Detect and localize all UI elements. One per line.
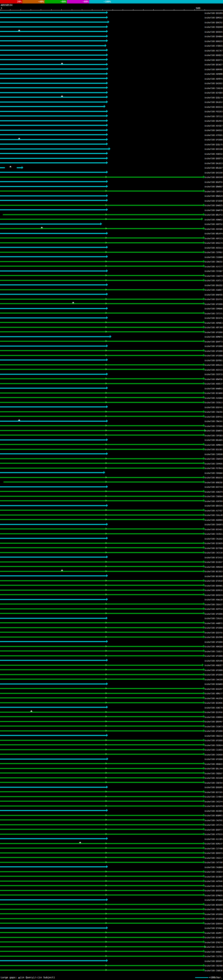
hit-label[interactable]: UniRef100_C0GYB0 [205,964,223,967]
hit-label[interactable]: UniRef100_C8WJA1 [205,420,223,422]
hit-label[interactable]: UniRef100_UP1000... [205,669,223,671]
hit-label[interactable]: UniRef100_Q7VR18 [205,579,223,582]
alignment-bar[interactable] [0,54,106,56]
alignment-bar[interactable] [0,942,203,942]
alignment-bar[interactable] [0,881,203,881]
alignment-bar[interactable] [0,542,203,544]
alignment-bar[interactable] [0,308,106,309]
alignment-bar[interactable] [0,102,106,103]
alignment-bar[interactable] [0,651,203,651]
hit-label[interactable]: UniRef100_Q4WP70 [205,209,223,212]
alignment-bar[interactable] [0,331,203,332]
alignment-bar[interactable] [0,707,106,708]
alignment-bar[interactable] [0,40,106,41]
hit-label[interactable]: UniRef100_A7FD33 [205,833,223,835]
alignment-bar[interactable] [0,655,203,656]
alignment-bar[interactable] [0,782,203,783]
hit-label[interactable]: UniRef100_Q42662 [205,82,223,84]
alignment-bar[interactable] [0,693,203,694]
alignment-bar[interactable] [0,594,203,595]
alignment-bar[interactable] [0,68,107,70]
hit-label[interactable]: UniRef100_C6MDW6 [205,307,223,310]
hit-label[interactable]: UniRef100_C2LX54 [205,946,223,948]
hit-label[interactable]: UniRef100_B9IP71 [205,59,223,61]
hit-label[interactable]: UniRef100_A9PWE3 [205,321,223,324]
alignment-bar[interactable] [0,665,202,666]
alignment-bar[interactable] [0,472,103,473]
hit-label[interactable]: UniRef100_Q04FT3 [205,340,223,343]
hit-label[interactable]: UniRef100_C6SF33 [205,373,223,375]
hit-label[interactable]: UniRef100_C1Z7B1 [205,955,223,958]
alignment-bar[interactable] [0,50,106,51]
alignment-bar[interactable] [0,191,203,192]
hit-label[interactable]: UniRef100_B4WYQ5 [205,293,223,296]
hit-label[interactable]: UniRef100_Q1CB07 [205,875,223,878]
hit-label[interactable]: UniRef100_C1RL61 [205,617,223,619]
hit-label[interactable]: UniRef100_Q3JPU6 [205,711,223,713]
hit-label[interactable]: UniRef100_Q9UZQ2 [205,284,223,286]
hit-label[interactable]: UniRef100_B6BMP2 [205,814,223,817]
alignment-bar[interactable] [0,186,106,187]
alignment-bar[interactable] [0,148,109,150]
alignment-bar[interactable] [0,275,203,276]
alignment-bar[interactable] [0,843,203,844]
hit-label[interactable]: UniRef100_A6SVL5 [205,247,223,249]
alignment-bar[interactable] [0,702,203,703]
hit-label[interactable]: UniRef100_A6E8K0 [205,519,223,521]
hit-label[interactable]: UniRef100_A7PG91 [205,134,223,136]
alignment-bar[interactable] [0,430,204,431]
alignment-bar[interactable] [0,834,203,835]
alignment-bar[interactable] [0,819,203,821]
hit-label[interactable]: UniRef100_Q11EU7 [205,561,223,563]
hit-label[interactable]: UniRef100_A8GBZ2 [205,763,223,765]
alignment-bar[interactable] [0,904,203,905]
alignment-bar[interactable] [0,162,106,163]
alignment-bar[interactable] [0,562,203,563]
alignment-bar[interactable] [0,599,106,600]
alignment-bar[interactable] [0,772,203,773]
alignment-bar[interactable] [0,514,203,515]
alignment-bar[interactable] [17,167,22,168]
alignment-bar[interactable] [0,632,203,633]
hit-label[interactable]: UniRef100_A8MLY7 [205,692,223,695]
hit-label[interactable]: UniRef100_B4W8X2 [205,387,223,390]
hit-label[interactable]: UniRef100_Q4LB13 [205,162,223,164]
alignment-bar[interactable] [0,848,203,849]
alignment-bar[interactable] [0,397,203,398]
alignment-bar[interactable] [0,97,106,98]
alignment-bar[interactable] [0,167,5,168]
hit-label[interactable]: UniRef100_UP1000... [205,739,223,741]
alignment-bar[interactable] [0,496,203,497]
alignment-bar[interactable] [0,505,106,506]
alignment-bar[interactable] [0,439,106,441]
hit-label[interactable]: UniRef100_Q6EET3 [205,157,223,159]
hit-label[interactable]: UniRef100_Q30YG1 [205,415,223,418]
hit-label[interactable]: UniRef100_A1W6E7 [205,288,223,291]
hit-label[interactable]: UniRef100_A4LE56 [205,697,223,700]
hit-label[interactable]: UniRef100_A9XXW5 [205,228,223,230]
alignment-bar[interactable] [0,303,203,304]
hit-label[interactable]: UniRef100_Q66FT7 [205,829,223,831]
alignment-bar[interactable] [0,327,203,328]
hit-label[interactable]: UniRef100_C2WZY9 [205,275,223,277]
hit-label[interactable]: UniRef100_Q8W0Q7 [205,185,223,188]
alignment-bar[interactable] [0,946,204,947]
alignment-bar[interactable] [0,270,106,272]
hit-label[interactable]: UniRef100_P93263 [205,110,223,113]
alignment-bar[interactable] [0,177,203,178]
alignment-bar[interactable] [0,115,106,116]
hit-label[interactable]: UniRef100_UP1000... [205,758,223,760]
hit-label[interactable]: UniRef100_Q7MW35 [205,894,223,897]
alignment-bar[interactable] [0,266,203,267]
hit-label[interactable]: UniRef100_A1Y177 [205,265,223,268]
alignment-bar[interactable] [0,336,110,337]
hit-label[interactable]: UniRef100_C8NC02 [205,260,223,263]
hit-label[interactable]: UniRef100_Q6V5M0 [205,636,223,638]
alignment-bar[interactable] [0,434,203,436]
alignment-bar[interactable] [0,444,203,445]
alignment-bar[interactable] [0,158,106,159]
alignment-bar[interactable] [0,87,106,88]
hit-label[interactable]: UniRef100_C0ZN24 [205,744,223,746]
alignment-bar[interactable] [0,557,106,558]
hit-label[interactable]: UniRef100_A1ZP45 [205,885,223,887]
